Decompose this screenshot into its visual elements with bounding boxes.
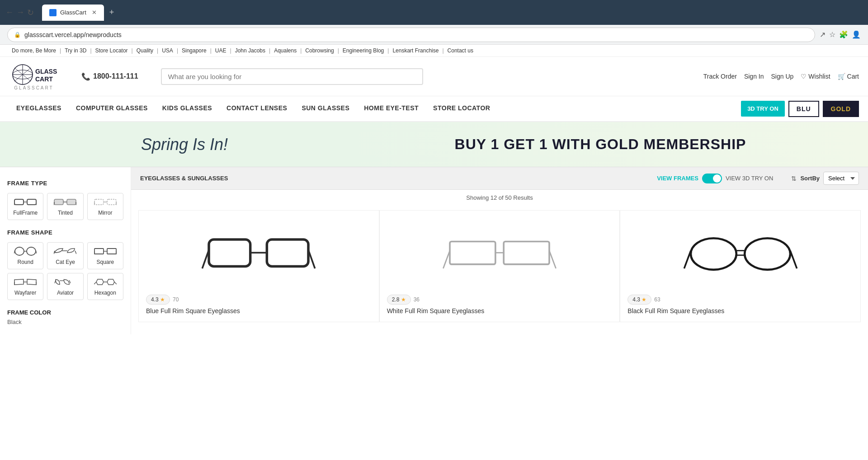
product-card-1[interactable]: 4.3 ★ 70 Blue Full Rim Square Eyeglasses — [138, 210, 379, 322]
rating-badge-2: 2.8 ★ — [387, 295, 411, 305]
cart-label: Cart — [847, 73, 859, 80]
product-toolbar: EYEGLASSES & SUNGLASSES VIEW FRAMES VIEW… — [131, 167, 868, 190]
product-area: EYEGLASSES & SUNGLASSES VIEW FRAMES VIEW… — [131, 167, 868, 334]
user-profile-icon[interactable]: 👤 — [852, 30, 861, 39]
search-input[interactable] — [168, 73, 416, 80]
rating-value-2: 2.8 — [392, 296, 400, 303]
nav-contact-lenses[interactable]: CONTACT LENSES — [219, 96, 294, 121]
product-card-2[interactable]: 2.8 ★ 36 White Full Rim Square Eyeglasse… — [379, 210, 620, 322]
nav-sun-glasses[interactable]: SUN GLASSES — [294, 96, 357, 121]
svg-line-17 — [76, 202, 76, 205]
frame-shape-cateye[interactable]: Cat Eye — [47, 242, 83, 269]
round-shape-icon — [14, 246, 37, 256]
utility-link-quality[interactable]: Quality — [137, 47, 153, 54]
svg-rect-52 — [450, 242, 495, 264]
browser-tab[interactable]: GlassCart ✕ — [42, 5, 104, 21]
fullframe-label: FullFrame — [13, 210, 38, 216]
sort-select[interactable]: Select — [823, 172, 859, 185]
frame-type-tinted[interactable]: Tinted — [47, 193, 83, 220]
back-button[interactable]: ← — [5, 8, 14, 17]
logo-area[interactable]: GLASS CART GLASSCART — [9, 62, 59, 90]
product-image-2 — [387, 218, 613, 290]
track-order-link[interactable]: Track Order — [703, 73, 737, 80]
round-label: Round — [17, 259, 33, 265]
product-name-3: Black Full Rim Square Eyeglasses — [627, 307, 724, 314]
utility-link-store-locator[interactable]: Store Locator — [95, 47, 128, 54]
review-count-2: 36 — [414, 296, 420, 303]
frame-shape-aviator[interactable]: Aviator — [47, 273, 83, 300]
products-grid: 4.3 ★ 70 Blue Full Rim Square Eyeglasses — [131, 206, 868, 327]
frame-color-value: Black — [7, 319, 123, 325]
utility-link-aqualens[interactable]: Aqualens — [274, 47, 297, 54]
share-icon[interactable]: ↗ — [820, 30, 826, 39]
svg-rect-31 — [94, 249, 104, 254]
banner-promo-text: BUY 1 GET 1 WITH GOLD MEMBERSHIP — [351, 136, 850, 153]
logo-graphic: GLASS CART — [9, 62, 59, 87]
svg-rect-9 — [27, 199, 36, 205]
extensions-icon[interactable]: 🧩 — [839, 30, 848, 39]
utility-link-3d[interactable]: Try in 3D — [65, 47, 86, 54]
svg-point-24 — [27, 247, 36, 255]
wishlist-link[interactable]: ♡ Wishlist — [801, 73, 830, 80]
tab-title: GlassCart — [60, 9, 86, 16]
main-layout: FRAME TYPE FullFrame — [0, 167, 868, 334]
svg-point-23 — [15, 247, 24, 255]
forward-button[interactable]: → — [16, 8, 24, 17]
utility-link-engineering-blog[interactable]: Engineering Blog — [343, 47, 384, 54]
frame-type-mirror[interactable]: Mirror — [87, 193, 123, 220]
blu-button[interactable]: BLU — [788, 101, 819, 117]
svg-rect-14 — [67, 199, 76, 205]
browser-controls: ← → ↻ — [5, 8, 34, 18]
nav-computer-glasses[interactable]: COMPUTER GLASSES — [69, 96, 155, 121]
frame-shape-wayfarer[interactable]: Wayfarer — [7, 273, 43, 300]
svg-line-11 — [14, 202, 14, 205]
nav-store-locator[interactable]: STORE LOCATOR — [426, 96, 497, 121]
close-tab-button[interactable]: ✕ — [92, 9, 97, 16]
sign-in-link[interactable]: Sign In — [744, 73, 764, 80]
product-glasses-svg-2 — [441, 229, 558, 279]
cateye-label: Cat Eye — [56, 259, 75, 265]
hexagon-shape-icon — [94, 277, 117, 287]
cart-link[interactable]: 🛒 Cart — [838, 73, 859, 80]
3d-try-on-button[interactable]: 3D TRY ON — [741, 101, 785, 117]
frame-shape-square[interactable]: Square — [87, 242, 123, 269]
utility-link-singapore[interactable]: Singapore — [182, 47, 207, 54]
utility-link-lenskart[interactable]: Lenskart Franchise — [392, 47, 439, 54]
url-input[interactable] — [24, 31, 808, 38]
svg-line-30 — [75, 251, 76, 254]
utility-link-john-jacobs[interactable]: John Jacobs — [235, 47, 265, 54]
search-bar[interactable] — [161, 68, 423, 85]
utility-link-cobrowsing[interactable]: Cobrowsing — [305, 47, 334, 54]
svg-line-55 — [443, 251, 450, 268]
phone-area: 📞 1800-111-111 — [81, 72, 138, 81]
hexagon-label: Hexagon — [94, 290, 116, 296]
phone-icon: 📞 — [81, 72, 90, 81]
utility-link-contact[interactable]: Contact us — [448, 47, 473, 54]
browser-toolbar-icons: ↗ ☆ 🧩 👤 — [820, 30, 861, 39]
nav-home-eye-test[interactable]: HOME EYE-TEST — [357, 96, 426, 121]
svg-point-58 — [745, 238, 790, 270]
product-name-2: White Full Rim Square Eyeglasses — [387, 307, 485, 314]
nav-right-buttons: 3D TRY ON BLU GOLD — [741, 101, 859, 117]
wayfarer-shape-icon — [14, 277, 37, 287]
utility-link-usa[interactable]: USA — [162, 47, 173, 54]
utility-link-do-more[interactable]: Do more, Be More — [12, 47, 56, 54]
frame-shape-round[interactable]: Round — [7, 242, 43, 269]
svg-line-45 — [94, 282, 96, 284]
gold-button[interactable]: GOLD — [823, 101, 859, 117]
frame-shape-hexagon[interactable]: Hexagon — [87, 273, 123, 300]
frame-type-fullframe[interactable]: FullFrame — [7, 193, 43, 220]
browser-chrome: ← → ↻ GlassCart ✕ + — [0, 0, 868, 25]
view-toggle-switch[interactable] — [702, 174, 722, 183]
sign-up-link[interactable]: Sign Up — [771, 73, 794, 80]
new-tab-button[interactable]: + — [109, 8, 114, 17]
utility-link-uae[interactable]: UAE — [215, 47, 226, 54]
bookmark-icon[interactable]: ☆ — [829, 30, 835, 39]
product-image-3 — [627, 218, 853, 290]
product-card-3[interactable]: 4.3 ★ 63 Black Full Rim Square Eyeglasse… — [620, 210, 861, 322]
address-bar[interactable]: 🔒 — [7, 28, 815, 42]
nav-kids-glasses[interactable]: KIDS GLASSES — [155, 96, 219, 121]
refresh-button[interactable]: ↻ — [27, 8, 34, 18]
cart-icon: 🛒 — [838, 73, 845, 80]
nav-eyeglasses[interactable]: EYEGLASSES — [9, 96, 69, 121]
